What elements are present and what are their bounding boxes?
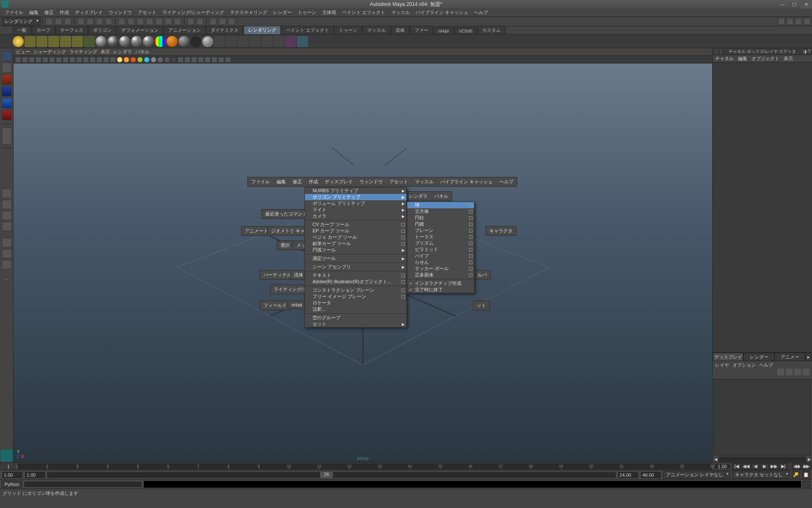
vp-tool-icon[interactable] [36,57,41,63]
vp-tool-icon[interactable] [69,57,75,63]
render-icon[interactable] [197,18,203,25]
vp-menu-view[interactable]: ビュー [16,49,30,55]
menu-help[interactable]: ヘルプ [471,8,491,17]
layout-two-icon[interactable] [2,211,12,220]
autokey-button[interactable]: 🔑 [792,471,800,479]
vp-menu-show[interactable]: 表示 [101,49,110,55]
sidebar-toggle-3-icon[interactable] [795,18,802,25]
layer-menu-layers[interactable]: レイヤ [715,362,729,368]
hotbox-item[interactable]: 修正 [289,177,305,186]
menu-item[interactable]: ベジェ カーブ ツール [305,234,406,240]
paint-select-tool[interactable] [2,75,12,85]
menu-item[interactable]: 球 [407,202,474,208]
hotbox-select[interactable]: 選択 [277,240,294,250]
menu-stereo[interactable]: 立体視 [319,8,339,17]
menu-texturing[interactable]: テクスチャリング [227,8,270,17]
menu-item[interactable]: テキスト [305,272,406,279]
shelf-tab[interactable]: カーブ [32,26,55,34]
vp-tool-icon[interactable] [157,57,163,63]
layer-sel-icon[interactable] [786,369,793,375]
menu-item[interactable]: パイプ [407,253,474,259]
shelf-tab[interactable]: サーフェス [55,26,88,34]
charset-combo[interactable]: キャラクタ セットなし [732,471,790,479]
hotbox-fields[interactable]: フィールド [260,301,291,310]
play-back-button[interactable]: ◀ [751,463,760,470]
light-area-icon[interactable] [48,36,59,47]
prefs-button[interactable]: 📋 [802,471,810,479]
menu-item[interactable]: NURBS プリミティブ▶ [305,188,406,194]
select-icon[interactable] [96,18,103,25]
key-fwd-button[interactable]: ◆▶ [802,463,810,470]
menu-window[interactable]: ウィンドウ [106,8,135,17]
move-tool[interactable] [2,86,12,97]
menu-render[interactable]: レンダー [270,8,295,17]
select-tool[interactable] [2,51,12,61]
render-view-icon[interactable] [214,36,225,47]
layer-new-icon[interactable] [777,369,784,375]
menu-muscle[interactable]: マッスル [388,8,413,17]
menu-item[interactable]: 空のグループ [305,315,406,321]
play-fwd-button[interactable]: ▶ [760,463,769,470]
menu-item[interactable]: サッカー ボール [407,265,474,272]
step-back-button[interactable]: ◀◀ [742,463,750,470]
shelf-tab[interactable]: 流体 [391,26,409,34]
layout-four-icon[interactable] [2,200,12,209]
sidebar-toggle-2-icon[interactable] [787,18,793,25]
vp-tool-icon[interactable] [103,57,109,63]
hotbox-charset[interactable]: キャラクタ [486,226,516,236]
light-spot-icon[interactable] [25,36,36,47]
ipr-icon[interactable] [219,18,226,25]
vp-tool-icon[interactable] [205,57,211,63]
shelf-tab[interactable]: マッスル [362,26,390,34]
vp-tool-icon[interactable] [117,57,123,63]
vp-menu-renderer[interactable]: レンダラ [113,49,132,55]
hotbox-item[interactable]: 編集 [273,177,289,186]
vp-tool-icon[interactable] [225,57,231,63]
sidebar-toggle-4-icon[interactable] [804,18,810,25]
hotbox-nhair[interactable]: nHair [288,301,306,309]
vp-tool-icon[interactable] [29,57,35,63]
rotate-tool[interactable] [2,98,12,108]
vp-menu-panels[interactable]: パネル [135,49,149,55]
anim-layer-combo[interactable]: アニメーション レイヤなし [663,471,730,479]
vp-tool-icon[interactable] [137,57,143,63]
snap-point-icon[interactable] [137,18,144,25]
save-scene-icon[interactable] [64,18,71,25]
vp-tool-icon[interactable] [83,57,89,63]
menu-item[interactable]: 完了時に終了✓ [407,287,474,293]
shelf-tab[interactable]: ポリゴン [88,26,116,34]
open-scene-icon[interactable] [55,18,62,25]
range-handle[interactable]: 24 [320,472,333,478]
batch-render-icon[interactable] [238,36,249,47]
menu-item[interactable]: 円弧ツール▶ [305,247,406,253]
step-fwd-button[interactable]: ▶▶ [770,463,778,470]
hotbox-item[interactable]: アセット [386,177,411,186]
layer-up-icon[interactable] [794,369,801,375]
layout-hyper-icon[interactable] [2,238,12,247]
hotbox-item[interactable]: ファイル [248,177,273,186]
menu-item[interactable]: トーラス [407,234,474,240]
vp-tool-icon[interactable] [22,57,28,63]
menu-item[interactable]: らせん [407,259,474,265]
lasso-icon[interactable] [105,18,112,25]
paint-3d-icon[interactable] [297,36,308,47]
key-back-button[interactable]: ◀◆ [793,463,801,470]
hotbox-item[interactable]: マッスル [411,177,437,186]
material-aniso-icon[interactable] [143,36,154,47]
new-scene-icon[interactable] [46,18,52,25]
menu-item[interactable]: ピラミッド [407,246,474,253]
snap-grid-icon[interactable] [118,18,125,25]
range-track[interactable]: 24 [47,472,616,478]
menu-item[interactable]: プレーン [407,227,474,234]
material-shading-icon[interactable] [178,36,189,47]
menu-display[interactable]: ディスプレイ [72,8,106,17]
shelf-tab[interactable]: カスタム [477,26,505,34]
menu-paint[interactable]: ペイント エフェクト [339,8,388,17]
menu-item[interactable]: 正多面体 [407,272,474,278]
hotbox-cloth[interactable]: ルバ [474,270,491,280]
minimize-button[interactable]: — [776,0,788,8]
menu-item[interactable]: 円錐 [407,221,474,227]
layout-graph-icon[interactable] [2,249,12,258]
menu-assets[interactable]: アセット [135,8,159,17]
vp-tool-icon[interactable] [198,57,204,63]
